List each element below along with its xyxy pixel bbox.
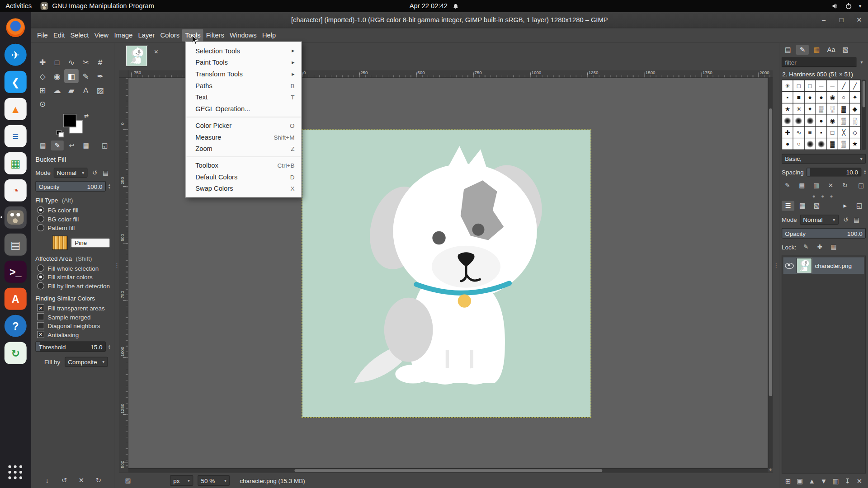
brush-thumbnail[interactable]: □ [827,127,838,137]
ruler-left[interactable]: -2500250500750100012501500 [119,78,128,468]
fill-type-pattern-fill[interactable]: Pattern fill [37,224,110,231]
dock-item-files[interactable]: ▤ [5,234,27,256]
brush-thumbnail[interactable]: ≡ [805,127,816,137]
tool-move[interactable]: ✚ [35,55,50,69]
threshold-spinner[interactable]: ▴▾ [108,344,110,349]
ruler-origin-corner[interactable] [119,70,128,78]
brush-thumbnail[interactable]: ▒ [838,115,849,126]
brush-thumbnail[interactable]: ● [816,115,827,126]
tool-clone[interactable]: ⊞ [35,83,50,97]
brush-thumbnail[interactable]: ▓ [827,138,838,149]
brush-thumbnail[interactable]: ╱ [838,80,849,91]
save-tool-preset-icon[interactable]: ↓ [42,475,52,485]
images-dock-tab-icon[interactable]: ▤ [782,45,794,55]
dock-item-terminal[interactable]: >_ [5,261,27,283]
paint-mode-select[interactable]: Normal ▾ [53,168,87,178]
tools-menu-item-paths[interactable]: PathsB [186,80,301,91]
brush-thumbnail[interactable]: ◇ [849,127,860,137]
tab-scroll-icon[interactable]: ▸ [839,201,851,211]
brush-grid-scrollbar[interactable] [862,80,866,150]
tool-options-tab-icon[interactable]: ✎ [51,141,64,150]
layer-mode-switch-icon[interactable]: ↺ [841,215,851,225]
fill-by-select[interactable]: Composite ▾ [65,357,108,367]
brush-thumbnail[interactable]: □ [805,80,816,91]
tool-smudge[interactable]: ☁ [50,83,64,97]
layers-dock-tab-icon[interactable]: ☰ [782,201,794,211]
default-colors-icon[interactable] [57,130,64,137]
menu-layer[interactable]: Layer [135,29,157,41]
layer-mode-menu-icon[interactable]: ▤ [852,215,861,225]
dock-item-messenger[interactable]: ✈ [5,44,27,66]
brush-thumbnail[interactable]: ░ [849,115,860,126]
brush-preset-select[interactable]: Basic, ▾ [782,154,866,164]
brush-thumbnail[interactable]: ● [816,92,827,103]
vertical-scrollbar[interactable] [768,78,773,468]
brush-thumbnail[interactable] [805,115,816,126]
canvas-image[interactable] [302,130,591,418]
tool-gradient[interactable]: ▨ [93,83,108,97]
maximize-button[interactable]: □ [837,16,846,24]
tools-menu-item-selection-tools[interactable]: Selection Tools▸ [186,45,301,56]
dock-item-firefox[interactable] [5,17,27,39]
gradients-dock-tab-icon[interactable]: ▧ [839,45,852,55]
tool-bucket-fill[interactable]: ◧ [64,69,79,83]
foreground-color-swatch[interactable] [63,114,76,127]
filter-chevron-down-icon[interactable]: ▾ [858,57,866,67]
image-tab-thumbnail[interactable] [126,45,148,66]
reset-tool-options-icon[interactable]: ↻ [94,475,104,485]
brush-thumbnail[interactable] [805,138,816,149]
opacity-spinner[interactable]: ▴▾ [108,183,110,189]
fill-type-fg-color-fill[interactable]: FG color fill [37,206,110,214]
horizontal-scrollbar[interactable] [128,468,768,473]
spacing-spinner[interactable]: ▴▾ [864,169,866,175]
fill-type-bg-color-fill[interactable]: BG color fill [37,215,110,222]
layer-opacity-slider[interactable]: Opacity 100.0 [782,228,866,238]
new-brush-icon[interactable]: ▤ [797,181,807,190]
opacity-slider[interactable]: Opacity 100.0 [35,181,105,191]
menu-filters[interactable]: Filters [203,29,227,41]
focused-app-indicator[interactable]: GNU Image Manipulation Program [41,2,154,10]
duplicate-brush-icon[interactable]: ▥ [811,181,821,190]
dock-item-ubuntu-software[interactable]: A [5,288,27,310]
pattern-name-field[interactable]: Pine [71,238,110,248]
system-tray[interactable]: ▾ [832,3,868,9]
left-splitter[interactable]: ⋮ [114,42,119,488]
brush-thumbnail[interactable]: ✳ [782,80,793,91]
dock-item-resources[interactable]: ↻ [5,342,27,364]
layers-menu-icon[interactable]: ◱ [853,201,866,211]
restore-tool-preset-icon[interactable]: ↺ [60,475,69,485]
brush-thumbnail[interactable]: ▪ [782,92,793,103]
checkbox-diagonal-neighbors[interactable]: Diagonal neighbors [37,322,110,329]
brush-thumbnail[interactable]: ∿ [793,127,804,137]
dock-item-vscode[interactable]: ❮ [5,71,27,93]
lock-position-icon[interactable]: ✚ [815,242,825,252]
clock[interactable]: Apr 22 02:42 [410,2,459,10]
brush-thumbnail[interactable]: ● [805,92,816,103]
minimize-button[interactable]: – [819,16,828,24]
unit-select[interactable]: px ▾ [170,475,193,486]
menu-view[interactable]: View [92,29,112,41]
quick-mask-toggle-icon[interactable]: ▨ [123,476,132,485]
configure-tab-icon[interactable]: ◱ [99,141,111,150]
layer-mode-select[interactable]: Normal ▾ [800,215,839,225]
checkbox-fill-transparent-areas[interactable]: ✕Fill transparent areas [37,304,110,311]
paint-mode-switch-icon[interactable]: ↺ [90,168,100,178]
tool-free-select[interactable]: ∿ [64,55,79,69]
lock-alpha-icon[interactable]: ▦ [829,242,838,252]
checkbox-sample-merged[interactable]: Sample merged [37,313,110,320]
tools-menu-item-zoom[interactable]: ZoomZ [186,143,301,155]
device-status-tab-icon[interactable]: ▦ [80,141,92,150]
brush-thumbnail[interactable]: ▒ [816,103,827,114]
tool-zoom[interactable]: ⊙ [35,97,50,111]
new-layer-group-icon[interactable]: ▣ [795,476,805,486]
brush-thumbnail[interactable]: ─ [827,80,838,91]
brush-thumbnail[interactable]: ◉ [827,92,838,103]
dock-item-app-grid[interactable] [5,461,27,483]
tool-rectangle-select[interactable]: □ [50,55,64,69]
tools-menu-item-toolbox[interactable]: ToolboxCtrl+B [186,160,301,171]
duplicate-layer-icon[interactable]: ▥ [831,476,840,486]
tool-eraser[interactable]: ▰ [64,83,79,97]
pattern-swatch[interactable] [52,236,67,250]
right-splitter[interactable]: ⋮ [773,42,779,488]
navigation-preview-icon[interactable]: ✛ [768,468,773,473]
